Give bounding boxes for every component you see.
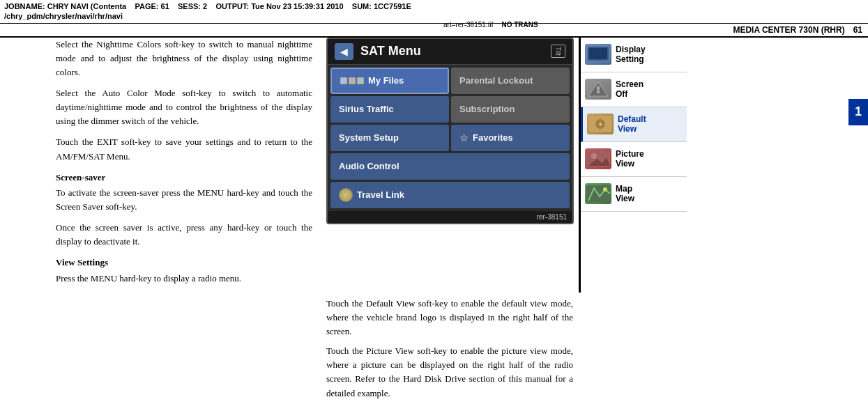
paragraph-view-settings: Press the MENU hard-key to display a rad… xyxy=(56,272,312,286)
sidebar-item-map-view[interactable]: MapView xyxy=(581,177,687,212)
sat-menu-body: My Files Parental Lockout Sirius Traffic… xyxy=(328,65,572,211)
sat-menu-title: SAT Menu xyxy=(360,44,551,59)
tif-label-area: art=rer-38151.tif NO TRANS xyxy=(443,21,538,29)
svg-point-13 xyxy=(603,187,607,192)
star-icon: ☆ xyxy=(459,132,469,143)
bottom-right-captions: Touch the Default View soft-key to enabl… xyxy=(321,297,579,404)
screen-off-icon xyxy=(585,79,611,100)
svg-point-10 xyxy=(591,153,597,159)
audio-control-button[interactable]: Audio Control xyxy=(330,153,570,180)
audio-control-label: Audio Control xyxy=(339,161,399,171)
tilt-icon: Tilt xyxy=(551,45,565,58)
favorites-button[interactable]: ☆ Favorites xyxy=(451,125,570,151)
paragraph-exit: Touch the EXIT soft-key to save your set… xyxy=(56,135,312,163)
chapter-badge: 1 xyxy=(848,99,868,125)
display-setting-icon xyxy=(585,44,611,65)
caption-picture-view: Touch the Picture View soft-key to enabl… xyxy=(326,344,573,401)
sidebar-item-screen-off[interactable]: ScreenOff xyxy=(581,72,687,107)
my-files-icon xyxy=(340,77,364,84)
section-title: MEDIA CENTER 730N (RHR) xyxy=(733,25,844,35)
image-ref-label: rer-38151 xyxy=(537,213,567,221)
subscription-label: Subscription xyxy=(459,104,515,114)
screen-off-label: ScreenOff xyxy=(616,79,644,100)
default-view-label: DefaultView xyxy=(618,114,646,134)
favorites-cell: ☆ Favorites xyxy=(459,132,513,143)
chapter-number: 1 xyxy=(855,104,862,119)
paragraph-nighttime-colors: Select the Nighttime Colors soft-key to … xyxy=(56,38,312,79)
travel-link-icon xyxy=(339,188,353,202)
sidebar-item-picture-view[interactable]: PictureView xyxy=(581,142,687,177)
left-column: Select the Nighttime Colors soft-key to … xyxy=(0,38,321,293)
caption-default-view: Touch the Default View soft-key to enabl… xyxy=(326,297,573,339)
system-setup-label: System Setup xyxy=(339,132,399,143)
sidebar-item-display-setting[interactable]: DisplaySetting xyxy=(581,38,687,72)
svg-rect-5 xyxy=(597,86,600,90)
svg-text:✦: ✦ xyxy=(597,121,603,128)
sat-back-button[interactable]: ◀ xyxy=(335,43,353,60)
sat-menu-container: ◀ SAT Menu Tilt My Files Parental Lockou… xyxy=(326,38,574,224)
parental-lockout-label: Parental Lockout xyxy=(459,75,533,86)
svg-rect-4 xyxy=(597,91,600,93)
paragraph-screensaver-deactivate: Once the screen saver is active, press a… xyxy=(56,221,312,249)
map-view-label: MapView xyxy=(616,184,634,204)
image-ref-bar: rer-38151 xyxy=(328,211,572,223)
right-sidebar: DisplaySetting ScreenOff ✦ DefaultView xyxy=(579,38,687,293)
bottom-area: Touch the Default View soft-key to enabl… xyxy=(0,293,868,404)
heading-screen-saver: Screen-saver xyxy=(56,171,312,185)
map-view-icon xyxy=(585,183,611,204)
output-label: OUTPUT: Tue Nov 23 15:39:31 2010 xyxy=(215,2,343,10)
jobname-label: JOBNAME: CHRY NAVI (Contenta xyxy=(4,2,126,10)
no-trans-label: NO TRANS xyxy=(501,21,538,29)
sum-label: SUM: 1CC7591E xyxy=(352,2,411,10)
path-label: /chry_pdm/chrysler/navi/rhr/navi xyxy=(4,12,123,20)
display-setting-label: DisplaySetting xyxy=(616,45,646,65)
paragraph-screensaver-activate: To activate the screen-saver press the M… xyxy=(56,186,312,214)
sirius-traffic-button[interactable]: Sirius Traffic xyxy=(330,96,449,123)
paragraph-auto-color: Select the Auto Color Mode soft-key to s… xyxy=(56,86,312,128)
system-setup-button[interactable]: System Setup xyxy=(330,125,449,151)
media-center-header: MEDIA CENTER 730N (RHR) 61 xyxy=(0,24,868,38)
svg-rect-1 xyxy=(589,48,607,59)
sidebar-item-default-view[interactable]: ✦ DefaultView xyxy=(581,107,687,142)
page-number: 61 xyxy=(853,25,862,35)
bottom-left-spacer xyxy=(0,297,321,404)
page-header: JOBNAME: CHRY NAVI (Contenta PAGE: 61 SE… xyxy=(0,0,868,24)
sess-label: SESS: 2 xyxy=(178,2,207,10)
travel-link-button[interactable]: Travel Link xyxy=(330,182,570,208)
picture-view-icon xyxy=(585,148,611,169)
page-label: PAGE: 61 xyxy=(135,2,169,10)
sat-menu-header: ◀ SAT Menu Tilt xyxy=(328,39,572,65)
subscription-button[interactable]: Subscription xyxy=(451,96,570,123)
tif-filename: art=rer-38151.tif xyxy=(443,21,493,29)
travel-link-label: Travel Link xyxy=(357,189,404,200)
svg-rect-2 xyxy=(595,61,601,63)
picture-view-label: PictureView xyxy=(616,149,644,169)
sat-menu-area: ◀ SAT Menu Tilt My Files Parental Lockou… xyxy=(321,38,579,293)
sirius-traffic-label: Sirius Traffic xyxy=(339,104,394,114)
favorites-label: Favorites xyxy=(473,132,513,143)
my-files-button[interactable]: My Files xyxy=(330,68,449,94)
heading-view-settings: View Settings xyxy=(56,256,312,270)
my-files-label: My Files xyxy=(368,75,404,86)
parental-lockout-button[interactable]: Parental Lockout xyxy=(451,68,570,94)
default-view-icon: ✦ xyxy=(587,114,614,134)
